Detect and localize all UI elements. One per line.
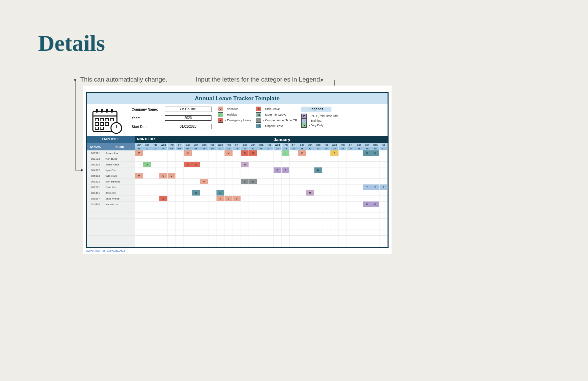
day-cell[interactable] [225, 173, 233, 178]
day-cell[interactable] [200, 162, 208, 167]
day-cell[interactable] [339, 167, 347, 173]
day-cell[interactable] [233, 207, 241, 213]
day-cell[interactable] [347, 236, 355, 241]
day-cell[interactable] [151, 190, 159, 196]
day-cell[interactable] [216, 167, 225, 173]
day-cell[interactable] [184, 207, 192, 213]
day-cell[interactable] [339, 219, 347, 224]
day-cell[interactable] [371, 213, 379, 218]
day-cell[interactable] [168, 236, 176, 241]
day-cell[interactable] [298, 224, 306, 230]
day-cell[interactable]: P [274, 167, 282, 173]
day-cell[interactable] [159, 162, 167, 167]
day-cell[interactable] [282, 219, 290, 224]
day-cell[interactable]: E [330, 150, 338, 156]
day-cell[interactable] [347, 202, 355, 207]
day-cell[interactable] [225, 167, 233, 173]
day-cell[interactable] [135, 224, 143, 230]
day-cell[interactable] [257, 179, 265, 184]
year-input[interactable]: 2023 [165, 115, 211, 121]
day-cell[interactable]: P [363, 202, 371, 207]
day-cell[interactable] [151, 179, 159, 184]
day-cell[interactable] [306, 230, 314, 235]
day-cell[interactable] [184, 230, 192, 235]
day-cell[interactable] [314, 162, 322, 167]
day-cell[interactable] [330, 184, 338, 190]
day-cell[interactable] [298, 162, 306, 167]
day-cell[interactable] [265, 230, 273, 235]
day-cell[interactable] [265, 213, 273, 218]
day-cell[interactable] [257, 196, 265, 201]
day-cell[interactable] [159, 230, 167, 235]
day-cell[interactable] [233, 184, 241, 190]
day-cell[interactable]: V [216, 196, 225, 201]
day-cell[interactable] [306, 196, 314, 201]
day-cell[interactable] [241, 213, 249, 218]
day-cell[interactable] [322, 173, 330, 178]
day-cell[interactable] [347, 167, 355, 173]
day-cell[interactable]: T [380, 184, 388, 190]
day-cell[interactable] [298, 184, 306, 190]
day-cell[interactable] [355, 150, 363, 156]
day-cell[interactable] [274, 190, 282, 196]
day-cell[interactable]: S [184, 162, 192, 167]
day-cell[interactable] [380, 150, 388, 156]
day-cell[interactable] [257, 173, 265, 178]
day-cell[interactable] [200, 213, 208, 218]
day-cell[interactable] [298, 236, 306, 241]
day-cell[interactable]: H [282, 150, 290, 156]
day-cell[interactable] [347, 190, 355, 196]
day-cell[interactable] [274, 184, 282, 190]
day-cell[interactable] [306, 241, 314, 247]
day-cell[interactable] [225, 162, 233, 167]
day-cell[interactable] [363, 196, 371, 201]
day-cell[interactable] [216, 150, 225, 156]
day-cell[interactable] [314, 213, 322, 218]
day-cell[interactable] [282, 184, 290, 190]
day-cell[interactable] [314, 207, 322, 213]
day-cell[interactable] [135, 190, 143, 196]
day-cell[interactable] [249, 224, 257, 230]
day-cell[interactable] [184, 173, 192, 178]
day-cell[interactable] [355, 230, 363, 235]
day-cell[interactable] [322, 207, 330, 213]
company-input[interactable]: Yin Co. Inc. [165, 107, 211, 112]
day-cell[interactable] [233, 167, 241, 173]
day-cell[interactable] [371, 236, 379, 241]
day-cell[interactable] [371, 173, 379, 178]
day-cell[interactable] [192, 150, 200, 156]
day-cell[interactable] [184, 213, 192, 218]
day-cell[interactable] [339, 179, 347, 184]
day-cell[interactable] [274, 224, 282, 230]
day-cell[interactable] [176, 156, 184, 161]
day-cell[interactable]: C [241, 179, 249, 184]
day-cell[interactable] [241, 184, 249, 190]
day-cell[interactable] [282, 190, 290, 196]
day-cell[interactable]: U [192, 190, 200, 196]
day-cell[interactable] [143, 150, 151, 156]
day-cell[interactable] [380, 190, 388, 196]
day-cell[interactable] [371, 167, 379, 173]
day-cell[interactable] [151, 162, 159, 167]
day-cell[interactable]: V [225, 150, 233, 156]
day-cell[interactable] [363, 224, 371, 230]
day-cell[interactable] [322, 213, 330, 218]
day-cell[interactable] [265, 167, 273, 173]
day-cell[interactable]: V [135, 173, 143, 178]
day-cell[interactable] [168, 224, 176, 230]
day-cell[interactable] [380, 196, 388, 201]
day-cell[interactable]: V [135, 150, 143, 156]
day-cell[interactable] [290, 219, 298, 224]
day-cell[interactable] [200, 207, 208, 213]
day-cell[interactable] [143, 190, 151, 196]
day-cell[interactable] [380, 167, 388, 173]
day-cell[interactable] [249, 213, 257, 218]
day-cell[interactable] [265, 173, 273, 178]
day-cell[interactable] [339, 202, 347, 207]
day-cell[interactable] [380, 236, 388, 241]
day-cell[interactable] [241, 167, 249, 173]
day-cell[interactable] [290, 150, 298, 156]
day-cell[interactable] [322, 230, 330, 235]
day-cell[interactable] [347, 207, 355, 213]
day-cell[interactable] [225, 230, 233, 235]
